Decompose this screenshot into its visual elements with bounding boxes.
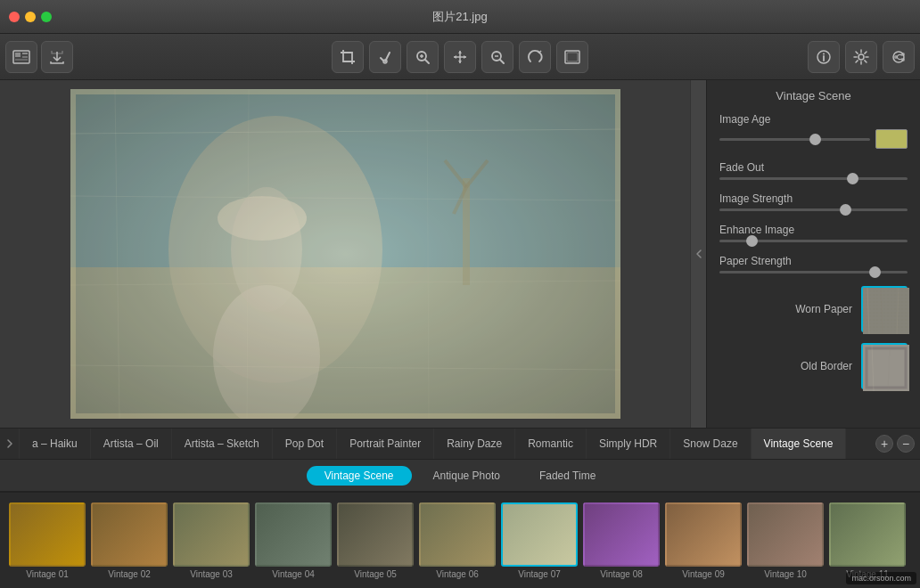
toolbar-right [808, 41, 915, 73]
thumb-vintage-06[interactable]: Vintage 06 [419, 502, 496, 579]
thumb-vintage-07[interactable]: Vintage 07 [501, 502, 578, 579]
image-age-label: Image Age [719, 113, 908, 126]
filter-tab-rainy[interactable]: Rainy Daze [434, 428, 515, 460]
worn-paper-row: Worn Paper [719, 286, 908, 332]
svg-rect-9 [567, 53, 578, 61]
rotate-button[interactable] [519, 41, 551, 73]
svg-rect-41 [863, 288, 909, 334]
filter-tab-haiku[interactable]: a – Haiku [20, 428, 91, 460]
image-age-swatch[interactable] [875, 129, 908, 149]
paper-strength-row: Paper Strength [719, 255, 908, 274]
filter-tab-artista-sketch[interactable]: Artista – Sketch [172, 428, 273, 460]
sub-tab-faded-time[interactable]: Faded Time [522, 466, 613, 486]
fullscreen-button[interactable] [556, 41, 588, 73]
zoom-in-button[interactable] [407, 41, 439, 73]
image-strength-slider[interactable] [719, 208, 908, 211]
thumb-vintage-11[interactable]: Vintage 11 [829, 502, 906, 579]
filter-tab-pop-dot[interactable]: Pop Dot [273, 428, 337, 460]
svg-point-11 [823, 53, 825, 54]
crop-button[interactable] [332, 41, 364, 73]
library-button[interactable] [5, 41, 37, 73]
fade-out-label: Fade Out [719, 161, 908, 174]
thumb-vintage-02[interactable]: Vintage 02 [91, 502, 168, 579]
enhance-image-label: Enhance Image [719, 224, 908, 236]
image-age-slider[interactable] [719, 138, 870, 141]
svg-rect-4 [15, 59, 28, 61]
worn-paper-label: Worn Paper [719, 303, 852, 315]
maximize-button[interactable] [41, 12, 52, 22]
svg-rect-37 [70, 89, 620, 419]
collapse-tabs-button[interactable] [0, 428, 20, 460]
watermark: mac.orsoon.com [846, 572, 916, 584]
image-strength-row: Image Strength [719, 192, 908, 211]
thumb-vintage-04[interactable]: Vintage 04 [255, 502, 332, 579]
filter-tab-vintage[interactable]: Vintage Scene [752, 428, 847, 460]
filter-tabs-actions: + − [875, 435, 920, 453]
content-area: Vintage Scene Image Age Fade Out Image S… [0, 80, 920, 428]
adjust-button[interactable] [369, 41, 401, 73]
image-age-row: Image Age [719, 113, 908, 149]
zoom-out-button[interactable] [481, 41, 513, 73]
svg-rect-46 [863, 345, 909, 391]
thumb-vintage-01[interactable]: Vintage 01 [9, 502, 86, 579]
svg-rect-1 [15, 53, 21, 57]
thumbnails-bar: Vintage 01 Vintage 02 Vintage 03 Vintage… [0, 492, 920, 588]
traffic-lights [9, 12, 52, 22]
fade-out-slider[interactable] [719, 177, 908, 180]
filter-tabs-bar: a – Haiku Artista – Oil Artista – Sketch… [0, 428, 920, 460]
thumb-vintage-03[interactable]: Vintage 03 [173, 502, 250, 579]
sub-tab-antique-photo[interactable]: Antique Photo [415, 466, 518, 486]
remove-filter-button[interactable]: − [897, 435, 915, 453]
title-bar: 图片21.jpg [0, 0, 920, 34]
move-button[interactable] [444, 41, 476, 73]
paper-strength-slider[interactable] [719, 271, 908, 274]
center-tools [332, 41, 588, 73]
paper-strength-label: Paper Strength [719, 255, 908, 267]
svg-rect-3 [22, 56, 28, 58]
filter-tab-snow[interactable]: Snow Daze [670, 428, 751, 460]
info-button[interactable] [808, 41, 840, 73]
thumb-vintage-09[interactable]: Vintage 09 [665, 502, 742, 579]
image-strength-label: Image Strength [719, 192, 908, 205]
svg-rect-2 [22, 53, 28, 54]
worn-paper-thumb[interactable] [861, 286, 908, 332]
toolbar-left [5, 41, 73, 73]
enhance-image-slider[interactable] [719, 240, 908, 242]
old-border-thumb[interactable] [861, 343, 908, 389]
thumb-vintage-05[interactable]: Vintage 05 [337, 502, 414, 579]
thumb-vintage-08[interactable]: Vintage 08 [583, 502, 660, 579]
add-filter-button[interactable]: + [875, 435, 893, 453]
panel-toggle-button[interactable] [690, 80, 706, 428]
filter-tab-romantic[interactable]: Romantic [515, 428, 587, 460]
canvas-area [0, 80, 690, 428]
right-panel: Vintage Scene Image Age Fade Out Image S… [706, 80, 920, 428]
import-button[interactable] [41, 41, 73, 73]
sub-tabs-bar: Vintage Scene Antique Photo Faded Time [0, 460, 920, 492]
toolbar [0, 34, 920, 80]
old-border-label: Old Border [719, 360, 852, 372]
sub-tab-vintage-scene[interactable]: Vintage Scene [307, 466, 412, 486]
close-button[interactable] [9, 12, 20, 22]
svg-point-14 [901, 53, 905, 56]
main-image [70, 89, 620, 419]
old-border-row: Old Border [719, 343, 908, 389]
thumb-vintage-10[interactable]: Vintage 10 [747, 502, 824, 579]
filter-tab-hdr[interactable]: Simply HDR [587, 428, 670, 460]
filter-tab-artista-oil[interactable]: Artista – Oil [91, 428, 172, 460]
window-title: 图片21.jpg [432, 9, 487, 25]
settings-button[interactable] [845, 41, 877, 73]
fade-out-row: Fade Out [719, 161, 908, 180]
svg-point-12 [858, 54, 864, 60]
share-button[interactable] [883, 41, 915, 73]
enhance-image-row: Enhance Image [719, 224, 908, 242]
minimize-button[interactable] [25, 12, 36, 22]
filter-tab-portrait[interactable]: Portrait Painter [337, 428, 434, 460]
panel-title: Vintage Scene [719, 89, 908, 102]
